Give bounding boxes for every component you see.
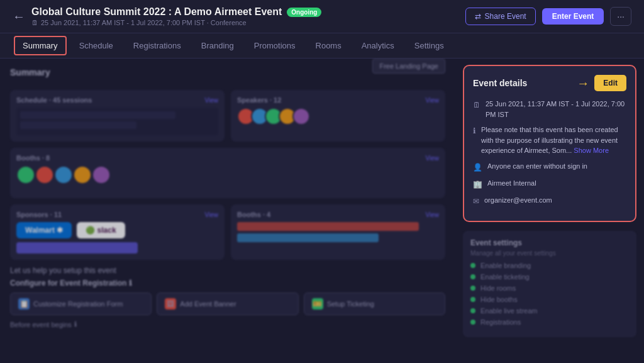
event-settings-title: Event settings bbox=[470, 238, 629, 247]
event-date-range: 25 Jun 2021, 11:37 AM IST - 1 Jul 2022, … bbox=[41, 19, 247, 26]
booths-card: Booths · 8 View bbox=[10, 148, 445, 198]
ticketing-label: Setup Ticketing bbox=[327, 300, 374, 308]
booths-view-link[interactable]: View bbox=[426, 155, 440, 162]
reg-buttons: 📋 Customize Registration Form 🖼 Add Even… bbox=[10, 293, 445, 315]
main-content: Summary Free Landing Page Schedule · 45 … bbox=[0, 59, 644, 359]
yellow-arrow-icon: → bbox=[577, 76, 589, 91]
event-access-row: 👤 Anyone can enter without sign in bbox=[473, 161, 626, 173]
customize-reg-form-button[interactable]: 📋 Customize Registration Form bbox=[10, 293, 152, 315]
share-event-button[interactable]: ⇄ Share Event bbox=[465, 8, 536, 25]
tab-registrations[interactable]: Registrations bbox=[125, 35, 190, 57]
tab-analytics[interactable]: Analytics bbox=[353, 35, 403, 57]
tab-rooms[interactable]: Rooms bbox=[307, 35, 350, 57]
cards-row-2: Booths · 8 View bbox=[10, 148, 445, 198]
schedule-card-label: Schedule · 45 sessions bbox=[16, 96, 92, 104]
setting-dot-3 bbox=[470, 286, 475, 291]
setting-label-3: Hide rooms bbox=[480, 284, 516, 292]
schedule-card-header: Schedule · 45 sessions View bbox=[16, 96, 218, 104]
booth-avatar-5 bbox=[92, 165, 111, 184]
header-title: Global Culture Summit 2022 : A Demo Airm… bbox=[31, 6, 321, 18]
setup-section: Let us help you setup this event Configu… bbox=[10, 266, 445, 328]
setting-dot-6 bbox=[470, 320, 475, 325]
show-more-link[interactable]: Show More bbox=[574, 147, 609, 154]
reg-title-text: Configure for Event Registration bbox=[10, 279, 126, 288]
header: ← Global Culture Summit 2022 : A Demo Ai… bbox=[0, 0, 644, 33]
tab-promotions[interactable]: Promotions bbox=[245, 35, 304, 57]
booth-avatar-2 bbox=[35, 165, 54, 184]
cards-row-3: Sponsors · 11 View Walmart ✱ 🟢 slack Boo… bbox=[10, 204, 445, 260]
event-settings-subtitle: Manage all your event settings bbox=[470, 250, 629, 257]
before-event-info-icon: ℹ bbox=[74, 320, 77, 328]
booths2-card-header: Booths · 4 View bbox=[237, 211, 439, 218]
event-email-text: organizer@event.com bbox=[484, 195, 552, 206]
more-options-button[interactable]: ··· bbox=[610, 7, 631, 26]
before-event-label: Before event begins bbox=[10, 321, 72, 328]
user-detail-icon: 👤 bbox=[473, 162, 482, 173]
event-email-row: ✉ organizer@event.com bbox=[473, 195, 626, 207]
ticketing-icon: 🎫 bbox=[312, 298, 323, 310]
calendar-detail-icon: 🗓 bbox=[473, 99, 480, 111]
before-event-row: Before event begins ℹ bbox=[10, 320, 445, 328]
edit-button[interactable]: Edit bbox=[594, 75, 626, 91]
event-details-title: Event details bbox=[473, 78, 527, 88]
event-access-text: Anyone can enter without sign in bbox=[487, 161, 587, 172]
setting-dot-1 bbox=[470, 263, 475, 268]
share-icon: ⇄ bbox=[475, 12, 481, 21]
enter-event-button[interactable]: Enter Event bbox=[542, 8, 604, 25]
header-left: ← Global Culture Summit 2022 : A Demo Ai… bbox=[13, 6, 321, 26]
booth-avatar-4 bbox=[73, 165, 92, 184]
setting-label-5: Enable live stream bbox=[480, 307, 538, 315]
setting-enable-livestream: Enable live stream bbox=[470, 307, 629, 315]
speakers-avatars bbox=[237, 108, 439, 125]
summary-top-bar: Summary Free Landing Page bbox=[10, 67, 445, 84]
setting-label-6: Registrations bbox=[480, 318, 521, 326]
add-banner-icon: 🖼 bbox=[165, 298, 176, 310]
reg-section-title: Configure for Event Registration ℹ bbox=[10, 279, 445, 288]
calendar-icon: 🗓 bbox=[31, 19, 38, 26]
setup-ticketing-button[interactable]: 🎫 Setup Ticketing bbox=[304, 293, 445, 315]
reg-info-icon: ℹ bbox=[129, 279, 132, 288]
setting-label-4: Hide booths bbox=[480, 296, 518, 303]
booths-card-header: Booths · 8 View bbox=[16, 154, 439, 162]
speakers-card-label: Speakers · 12 bbox=[237, 96, 281, 104]
booths2-card: Booths · 4 View bbox=[231, 204, 445, 260]
schedule-view-link[interactable]: View bbox=[205, 97, 219, 104]
event-group-text: Airmeet Internal bbox=[487, 178, 536, 189]
add-event-banner-button[interactable]: 🖼 Add Event Banner bbox=[157, 293, 298, 315]
building-detail-icon: 🏢 bbox=[473, 179, 482, 190]
booths2-view-link[interactable]: View bbox=[426, 211, 440, 218]
tab-schedule[interactable]: Schedule bbox=[70, 35, 122, 57]
sponsors-view-link[interactable]: View bbox=[205, 211, 219, 218]
booths2-card-label: Booths · 4 bbox=[237, 211, 270, 218]
walmart-logo: Walmart ✱ bbox=[16, 222, 72, 238]
ongoing-badge: Ongoing bbox=[287, 8, 321, 17]
add-banner-label: Add Event Banner bbox=[180, 300, 236, 308]
customize-reg-label: Customize Registration Form bbox=[33, 300, 123, 308]
arrow-edit-wrapper: → Edit bbox=[577, 75, 626, 91]
free-landing-button[interactable]: Free Landing Page bbox=[372, 59, 445, 74]
tab-branding[interactable]: Branding bbox=[192, 35, 243, 57]
setting-label-1: Enable branding bbox=[480, 262, 531, 269]
event-details-card: Event details → Edit 🗓 25 Jun 2021, 11:3… bbox=[463, 65, 636, 222]
setting-enable-ticketing: Enable ticketing bbox=[470, 273, 629, 281]
speakers-card-header: Speakers · 12 View bbox=[237, 96, 439, 104]
sponsors-card: Sponsors · 11 View Walmart ✱ 🟢 slack bbox=[10, 204, 225, 260]
setting-hide-booths: Hide booths bbox=[470, 296, 629, 303]
event-detail-date: 25 Jun 2021, 11:37 AM IST - 1 Jul 2022, … bbox=[486, 99, 626, 120]
customize-reg-icon: 📋 bbox=[18, 298, 30, 310]
setting-registrations: Registrations bbox=[470, 318, 629, 326]
back-button[interactable]: ← bbox=[13, 9, 25, 24]
booths-card-label: Booths · 8 bbox=[16, 154, 50, 162]
speakers-card: Speakers · 12 View bbox=[231, 90, 445, 142]
left-content: Summary Free Landing Page Schedule · 45 … bbox=[0, 59, 455, 359]
event-settings-card: Event settings Manage all your event set… bbox=[463, 231, 636, 337]
header-subtitle: 🗓 25 Jun 2021, 11:37 AM IST - 1 Jul 2022… bbox=[31, 19, 321, 26]
tab-summary[interactable]: Summary bbox=[14, 36, 67, 55]
speakers-view-link[interactable]: View bbox=[426, 97, 440, 104]
setting-label-2: Enable ticketing bbox=[480, 273, 530, 281]
right-panel: Event details → Edit 🗓 25 Jun 2021, 11:3… bbox=[455, 59, 644, 359]
email-detail-icon: ✉ bbox=[473, 196, 479, 207]
setting-dot-2 bbox=[470, 274, 475, 279]
tab-settings[interactable]: Settings bbox=[406, 35, 453, 57]
slack-logo: 🟢 slack bbox=[77, 222, 125, 238]
